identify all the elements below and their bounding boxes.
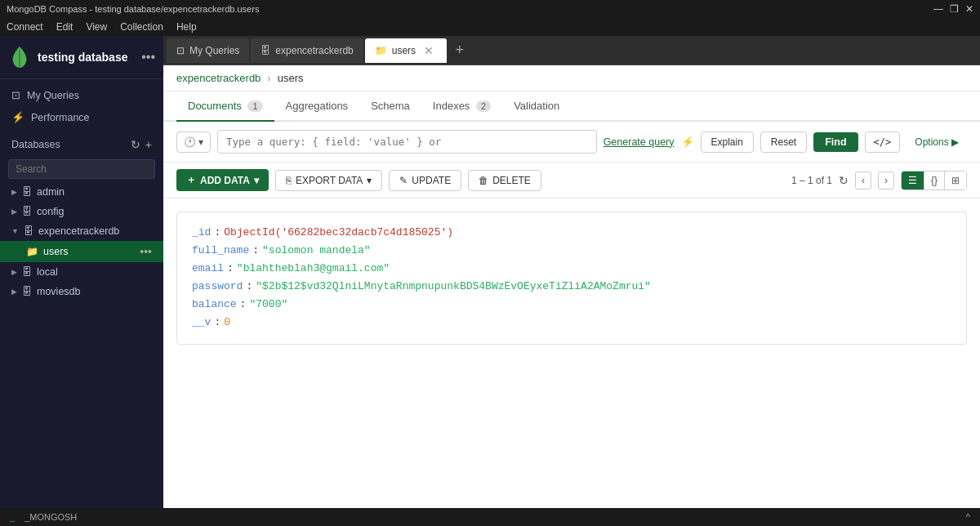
database-icon: 🗄 bbox=[22, 266, 32, 278]
delete-button[interactable]: 🗑 DELETE bbox=[468, 170, 541, 191]
queries-icon: ⊡ bbox=[11, 89, 20, 101]
export-data-button[interactable]: ⎘ EXPORT DATA ▾ bbox=[275, 170, 382, 191]
delete-label: DELETE bbox=[492, 175, 531, 186]
query-input[interactable] bbox=[217, 130, 597, 154]
db-name-config: config bbox=[37, 206, 64, 217]
view-table-button[interactable]: ⊞ bbox=[945, 172, 966, 189]
sidebar-item-admin[interactable]: ▶ 🗄 admin bbox=[0, 182, 163, 202]
tab-add-button[interactable]: + bbox=[448, 39, 471, 62]
generate-query-link[interactable]: Generate query bbox=[604, 136, 675, 148]
sidebar-item-performance[interactable]: ⚡ Performance bbox=[0, 106, 163, 128]
find-button[interactable]: Find bbox=[813, 132, 858, 152]
doc-value-v: 0 bbox=[224, 314, 230, 332]
clock-icon: 🕐 bbox=[184, 136, 196, 148]
sidebar-header: testing database ••• bbox=[0, 36, 163, 79]
folder-icon: 📁 bbox=[26, 246, 38, 257]
chevron-up-icon[interactable]: ^ bbox=[966, 512, 970, 522]
sidebar-search bbox=[0, 156, 163, 182]
tab-icon-users: 📁 bbox=[375, 45, 387, 56]
options-button[interactable]: Options ▶ bbox=[906, 132, 967, 152]
view-json-button[interactable]: {} bbox=[924, 172, 945, 189]
query-history-button[interactable]: 🕐 ▾ bbox=[176, 132, 211, 153]
tab-label-schema: Schema bbox=[371, 100, 410, 112]
breadcrumb-db[interactable]: expencetrackerdb bbox=[176, 72, 261, 84]
tab-schema[interactable]: Schema bbox=[359, 91, 421, 122]
minimize-button[interactable]: — bbox=[933, 3, 943, 15]
doc-value-balance: "7000" bbox=[249, 296, 287, 314]
add-data-dropdown-icon: ▾ bbox=[254, 175, 259, 186]
db-name-expencetrackerdb: expencetrackerdb bbox=[38, 225, 119, 237]
tab-label-aggregations: Aggregations bbox=[286, 100, 349, 112]
doc-field-fullname: full_name : "solomon mandela" bbox=[192, 242, 951, 260]
menu-view[interactable]: View bbox=[86, 21, 107, 33]
tab-documents[interactable]: Documents 1 bbox=[176, 91, 274, 122]
main-content: ⊡ My Queries 🗄 expencetrackerdb 📁 users … bbox=[163, 36, 980, 508]
doc-field-balance: balance : "7000" bbox=[192, 296, 951, 314]
add-database-icon[interactable]: + bbox=[145, 138, 152, 151]
prev-page-button[interactable]: ‹ bbox=[855, 172, 871, 189]
sidebar-item-expencetrackerdb[interactable]: ▼ 🗄 expencetrackerdb bbox=[0, 221, 163, 241]
database-icon: 🗄 bbox=[22, 286, 32, 297]
tab-icon-db: 🗄 bbox=[261, 45, 270, 56]
doc-key-password: password bbox=[192, 278, 243, 296]
tab-label-my-queries: My Queries bbox=[189, 45, 239, 56]
sidebar-more-button[interactable]: ••• bbox=[141, 50, 155, 65]
sidebar-item-my-queries[interactable]: ⊡ My Queries bbox=[0, 84, 163, 106]
mongosh-icon: _ bbox=[10, 512, 15, 522]
generate-query-icon: ⚡ bbox=[681, 136, 694, 148]
explain-button[interactable]: Explain bbox=[701, 132, 754, 153]
tab-label-documents: Documents bbox=[188, 100, 242, 112]
menu-connect[interactable]: Connect bbox=[7, 21, 43, 33]
refresh-button[interactable]: ↻ bbox=[839, 174, 849, 187]
view-toggle: ☰ {} ⊞ bbox=[901, 171, 967, 190]
close-button[interactable]: ✕ bbox=[965, 3, 973, 15]
search-input[interactable] bbox=[8, 159, 155, 179]
add-data-button[interactable]: ＋ ADD DATA ▾ bbox=[176, 169, 269, 191]
doc-value-fullname: "solomon mandela" bbox=[262, 242, 371, 260]
tab-close-icon[interactable]: ✕ bbox=[424, 44, 434, 57]
sidebar-item-local[interactable]: ▶ 🗄 local bbox=[0, 262, 163, 282]
collection-more-icon[interactable]: ••• bbox=[140, 245, 152, 258]
view-list-button[interactable]: ☰ bbox=[902, 172, 924, 189]
restore-button[interactable]: ❐ bbox=[950, 3, 959, 15]
sidebar-item-users-collection[interactable]: 📁 users ••• bbox=[0, 241, 163, 262]
sidebar-item-moviesdb[interactable]: ▶ 🗄 moviesdb bbox=[0, 282, 163, 301]
export-label: EXPORT DATA bbox=[296, 175, 363, 186]
titlebar: MongoDB Compass - testing database/expen… bbox=[0, 0, 980, 18]
doc-key-id: _id bbox=[192, 224, 211, 242]
documents-badge: 1 bbox=[247, 100, 262, 112]
reset-button[interactable]: Reset bbox=[760, 132, 807, 153]
menu-edit[interactable]: Edit bbox=[56, 21, 74, 33]
next-page-button[interactable]: › bbox=[878, 172, 894, 189]
menu-help[interactable]: Help bbox=[176, 21, 197, 33]
doc-field-v: __v : 0 bbox=[192, 314, 951, 332]
doc-value-id: ObjectId('66282bec32dacb7c4d185025') bbox=[224, 224, 453, 242]
sidebar-databases-header: Databases ↻ + bbox=[0, 133, 163, 156]
code-button[interactable]: </> bbox=[865, 132, 901, 153]
add-data-label: ADD DATA bbox=[200, 175, 250, 186]
performance-icon: ⚡ bbox=[11, 111, 24, 123]
bottom-bar: _ _MONGOSH ^ bbox=[0, 508, 980, 526]
chevron-right-icon: ▶ bbox=[11, 288, 17, 296]
mongosh-label[interactable]: _MONGOSH bbox=[24, 512, 77, 522]
breadcrumb: expencetrackerdb › users bbox=[163, 65, 980, 91]
update-button[interactable]: ✎ UPDATE bbox=[389, 170, 461, 191]
tab-indexes[interactable]: Indexes 2 bbox=[421, 91, 502, 122]
tab-users[interactable]: 📁 users ✕ bbox=[365, 38, 447, 63]
menu-collection[interactable]: Collection bbox=[120, 21, 163, 33]
tab-my-queries[interactable]: ⊡ My Queries bbox=[167, 38, 249, 63]
action-bar-right: 1 – 1 of 1 ↻ ‹ › ☰ {} ⊞ bbox=[791, 171, 967, 190]
collection-name-users: users bbox=[43, 246, 69, 257]
tab-expencetrackerdb[interactable]: 🗄 expencetrackerdb bbox=[251, 38, 363, 63]
documents-area: _id : ObjectId('66282bec32dacb7c4d185025… bbox=[163, 198, 980, 508]
refresh-databases-icon[interactable]: ↻ bbox=[131, 138, 140, 151]
tab-validation[interactable]: Validation bbox=[502, 91, 571, 122]
doc-key-fullname: full_name bbox=[192, 242, 249, 260]
query-bar: 🕐 ▾ Generate query ⚡ Explain Reset Find … bbox=[163, 122, 980, 163]
sidebar-item-config[interactable]: ▶ 🗄 config bbox=[0, 202, 163, 221]
sidebar-item-label-my-queries: My Queries bbox=[27, 90, 79, 101]
sidebar-nav: ⊡ My Queries ⚡ Performance bbox=[0, 79, 163, 133]
action-bar: ＋ ADD DATA ▾ ⎘ EXPORT DATA ▾ ✎ UPDATE 🗑 … bbox=[163, 163, 980, 198]
tab-aggregations[interactable]: Aggregations bbox=[274, 91, 360, 122]
trash-icon: 🗑 bbox=[479, 175, 488, 186]
